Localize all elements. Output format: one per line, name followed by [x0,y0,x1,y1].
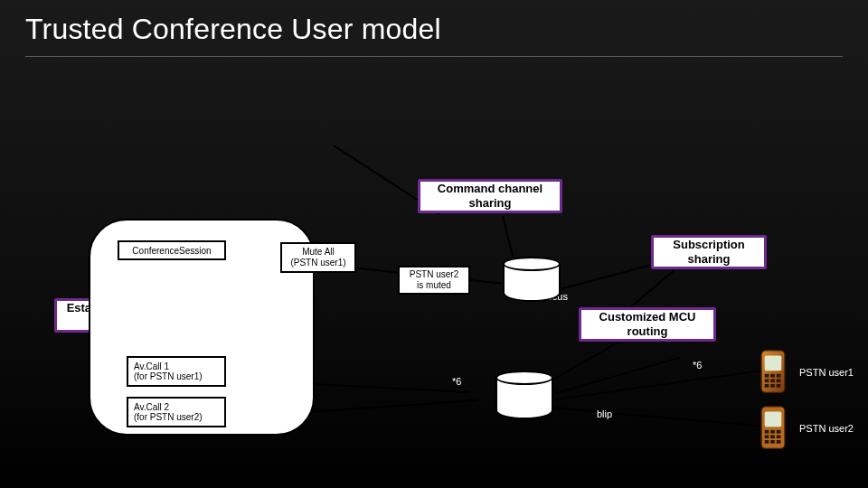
label-blip: blip [597,408,612,419]
text: Customized MCU routing [589,310,706,338]
label-command-channel-sharing: Command channel sharing [418,179,562,213]
slide-title: Trusted Conference User model [25,13,441,46]
text: is muted [417,280,451,291]
svg-rect-10 [777,384,781,388]
svg-rect-18 [777,435,781,438]
slide-root: Trusted Conference User model Command ch… [0,0,868,488]
label-subscription-sharing: Subscription sharing [651,235,767,269]
text: PSTN user2 [410,269,458,280]
cylinder-focus [503,257,561,302]
svg-rect-5 [765,379,769,382]
label-star6-left: *6 [452,376,461,387]
svg-rect-16 [765,435,769,438]
box-avcall-2: Av.Call 2 (for PSTN user2) [127,397,226,427]
svg-rect-17 [770,435,775,438]
text: Av.Call 2 [134,402,219,412]
svg-rect-8 [765,384,769,388]
svg-rect-9 [770,384,775,388]
text: Av.Call 1 [134,361,219,371]
text: ConferenceSession [132,246,211,256]
text: Subscription sharing [661,238,757,266]
svg-rect-14 [770,430,775,434]
phone-icon [756,349,790,396]
svg-rect-3 [770,374,775,378]
label-customized-mcu-routing: Customized MCU routing [579,307,716,342]
title-rule [25,56,843,57]
svg-rect-20 [770,440,775,444]
svg-rect-1 [765,355,782,371]
phone-icon [756,405,790,452]
connector [550,407,762,427]
box-avcall-1: Av.Call 1 (for PSTN user1) [127,356,226,387]
cylinder-avmcu [495,371,553,419]
text: (for PSTN user2) [134,412,219,422]
connector [557,261,662,291]
svg-rect-2 [765,374,769,378]
connector [627,269,675,310]
svg-rect-7 [777,379,781,382]
text: (for PSTN user1) [134,371,219,381]
text: Mute All [302,247,335,258]
label-star6-right: *6 [693,360,702,371]
label-pstn-user2: PSTN user2 [799,423,854,434]
svg-rect-6 [770,379,775,382]
box-pstn-user2-muted: PSTN user2 is muted [398,266,470,295]
text: Command channel sharing [428,182,552,210]
text: (PSTN user1) [290,258,345,268]
svg-rect-4 [777,374,781,378]
svg-rect-21 [777,440,781,444]
label-pstn-user1: PSTN user1 [799,367,854,378]
svg-rect-13 [765,430,769,434]
svg-rect-12 [765,411,782,427]
box-conference-session: ConferenceSession [118,240,226,260]
svg-rect-19 [765,440,769,444]
box-mute-all: Mute All (PSTN user1) [280,242,356,273]
svg-rect-15 [777,430,781,434]
